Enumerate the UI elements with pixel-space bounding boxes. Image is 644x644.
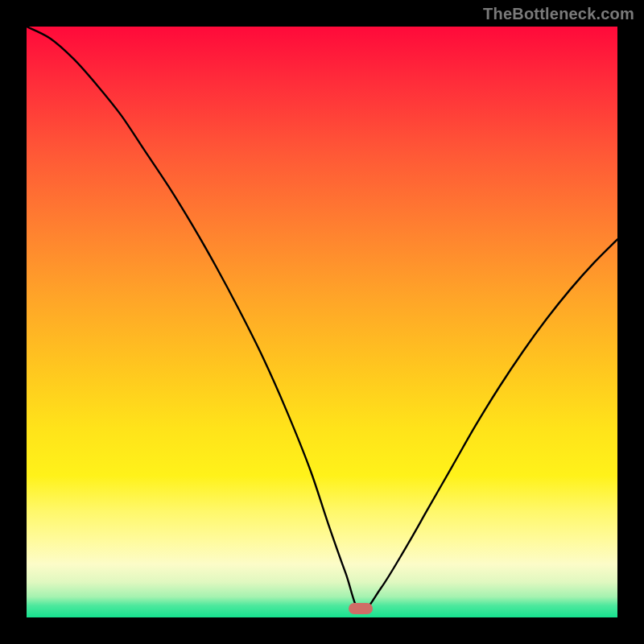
attribution-text: TheBottleneck.com bbox=[483, 5, 634, 23]
plot-area bbox=[27, 27, 617, 617]
bottleneck-curve bbox=[27, 27, 617, 617]
chart-frame: TheBottleneck.com bbox=[0, 0, 644, 644]
optimum-marker bbox=[349, 603, 373, 614]
